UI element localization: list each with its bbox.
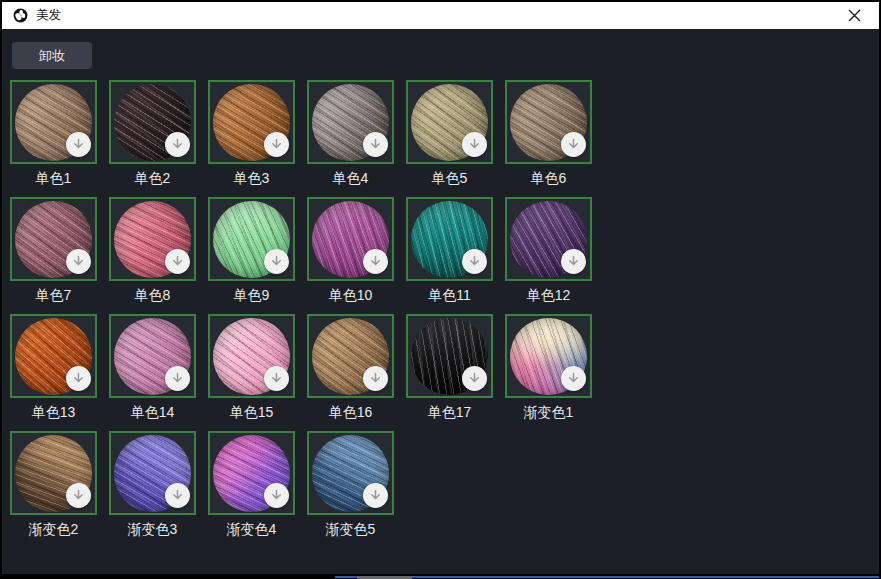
hair-style-label: 单色15 — [208, 404, 295, 420]
download-button[interactable] — [66, 249, 91, 274]
download-icon — [171, 372, 184, 385]
hair-style-label: 单色1 — [10, 170, 97, 186]
download-button[interactable] — [561, 132, 586, 157]
download-icon — [567, 255, 580, 268]
download-button[interactable] — [66, 132, 91, 157]
download-button[interactable] — [165, 249, 190, 274]
hair-swatch-tile[interactable] — [208, 197, 295, 281]
hair-style-item: 单色14 — [109, 314, 196, 420]
hair-swatch-tile[interactable] — [505, 314, 592, 398]
download-button[interactable] — [165, 483, 190, 508]
download-button[interactable] — [363, 132, 388, 157]
download-button[interactable] — [264, 366, 289, 391]
download-icon — [72, 372, 85, 385]
hair-style-item: 单色12 — [505, 197, 592, 303]
hair-swatch-tile[interactable] — [307, 80, 394, 164]
hair-style-item: 单色5 — [406, 80, 493, 186]
hair-swatch-tile[interactable] — [307, 197, 394, 281]
download-icon — [72, 255, 85, 268]
hair-style-item: 单色2 — [109, 80, 196, 186]
hair-swatch-tile[interactable] — [505, 80, 592, 164]
download-icon — [270, 255, 283, 268]
bottom-edge-strip — [0, 574, 881, 579]
hair-swatch-tile[interactable] — [10, 314, 97, 398]
download-icon — [72, 489, 85, 502]
download-icon — [369, 255, 382, 268]
hair-style-item: 渐变色5 — [307, 431, 394, 537]
hair-style-item: 单色16 — [307, 314, 394, 420]
download-icon — [171, 489, 184, 502]
hair-swatch-tile[interactable] — [109, 197, 196, 281]
app-logo-icon — [13, 8, 28, 23]
hair-style-label: 渐变色4 — [208, 521, 295, 537]
hair-swatch-tile[interactable] — [208, 431, 295, 515]
download-button[interactable] — [165, 366, 190, 391]
hair-swatch-tile[interactable] — [307, 431, 394, 515]
download-button[interactable] — [363, 366, 388, 391]
hair-style-item: 渐变色4 — [208, 431, 295, 537]
download-button[interactable] — [462, 249, 487, 274]
download-button[interactable] — [363, 249, 388, 274]
download-icon — [567, 372, 580, 385]
title-bar[interactable]: 美发 — [2, 2, 879, 29]
hair-style-item: 渐变色2 — [10, 431, 97, 537]
close-button[interactable] — [845, 7, 863, 25]
download-icon — [369, 489, 382, 502]
hair-style-label: 渐变色5 — [307, 521, 394, 537]
hair-style-label: 单色8 — [109, 287, 196, 303]
download-icon — [468, 255, 481, 268]
hair-style-label: 单色4 — [307, 170, 394, 186]
hair-style-label: 渐变色1 — [505, 404, 592, 420]
hair-swatch-tile[interactable] — [406, 314, 493, 398]
remove-makeup-button[interactable]: 卸妆 — [12, 42, 92, 69]
hair-style-item: 单色3 — [208, 80, 295, 186]
download-button[interactable] — [165, 132, 190, 157]
download-button[interactable] — [264, 483, 289, 508]
hair-dialog-window: 美发 卸妆 单色1 单色2 — [0, 0, 881, 579]
hair-swatch-tile[interactable] — [208, 314, 295, 398]
download-button[interactable] — [561, 366, 586, 391]
background-app-accent-line — [335, 576, 879, 578]
download-button[interactable] — [363, 483, 388, 508]
hair-style-item: 单色4 — [307, 80, 394, 186]
download-button[interactable] — [66, 366, 91, 391]
hair-swatch-tile[interactable] — [505, 197, 592, 281]
hair-swatch-tile[interactable] — [10, 197, 97, 281]
download-button[interactable] — [561, 249, 586, 274]
hair-style-item: 单色9 — [208, 197, 295, 303]
download-button[interactable] — [462, 366, 487, 391]
download-icon — [72, 138, 85, 151]
hair-style-item: 单色1 — [10, 80, 97, 186]
hair-style-label: 单色6 — [505, 170, 592, 186]
hair-style-item: 单色6 — [505, 80, 592, 186]
hair-style-label: 单色7 — [10, 287, 97, 303]
download-button[interactable] — [66, 483, 91, 508]
hair-swatch-tile[interactable] — [307, 314, 394, 398]
hair-swatch-tile[interactable] — [109, 431, 196, 515]
hair-style-item: 渐变色1 — [505, 314, 592, 420]
download-button[interactable] — [264, 249, 289, 274]
download-icon — [270, 372, 283, 385]
hair-swatch-tile[interactable] — [10, 80, 97, 164]
hair-style-label: 单色10 — [307, 287, 394, 303]
download-button[interactable] — [462, 132, 487, 157]
hair-style-item: 单色17 — [406, 314, 493, 420]
hair-style-grid: 单色1 单色2 单色3 — [10, 80, 879, 537]
download-icon — [468, 372, 481, 385]
hair-style-item: 单色10 — [307, 197, 394, 303]
hair-swatch-tile[interactable] — [406, 197, 493, 281]
download-icon — [270, 489, 283, 502]
hair-swatch-tile[interactable] — [109, 80, 196, 164]
hair-swatch-tile[interactable] — [109, 314, 196, 398]
hair-style-label: 单色12 — [505, 287, 592, 303]
hair-style-item: 渐变色3 — [109, 431, 196, 537]
hair-swatch-tile[interactable] — [10, 431, 97, 515]
download-button[interactable] — [264, 132, 289, 157]
download-icon — [468, 138, 481, 151]
hair-swatch-tile[interactable] — [406, 80, 493, 164]
download-icon — [567, 138, 580, 151]
window-title: 美发 — [36, 2, 61, 29]
hair-swatch-tile[interactable] — [208, 80, 295, 164]
hair-style-item: 单色15 — [208, 314, 295, 420]
hair-style-label: 单色2 — [109, 170, 196, 186]
